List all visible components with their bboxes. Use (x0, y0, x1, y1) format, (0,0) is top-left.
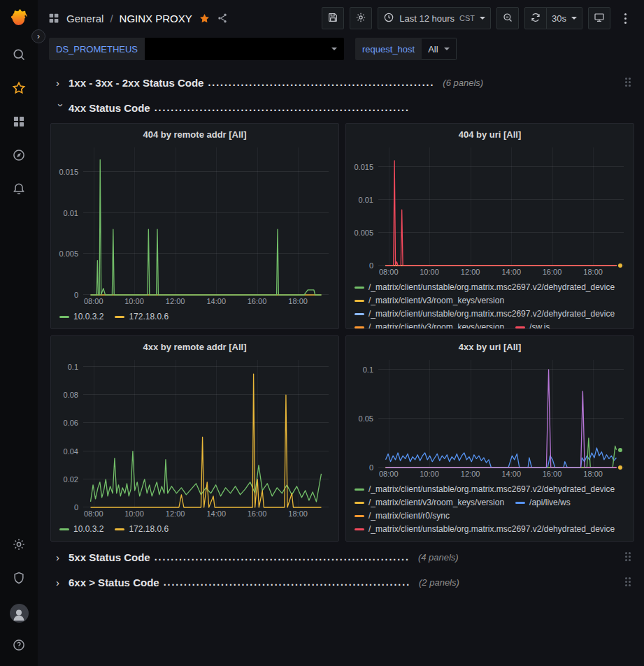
legend-label: /_matrix/client/v3/room_keys/version (368, 321, 504, 328)
sidebar-item-help[interactable] (0, 630, 38, 663)
legend-label: /_matrix/client/unstable/org.matrix.msc2… (368, 282, 615, 294)
save-dashboard-button[interactable] (322, 7, 344, 29)
compass-icon (12, 148, 26, 165)
sidebar-item-explore[interactable] (0, 140, 38, 173)
variable-label-ds-prometheus: DS_PROMETHEUS (49, 38, 145, 60)
panel-title[interactable]: 4xx by remote addr [All] (51, 336, 338, 357)
y-tick-label: 0.015 (59, 168, 78, 176)
legend-swatch (355, 528, 364, 530)
legend-item[interactable]: 172.18.0.6 (115, 523, 169, 535)
time-range-picker[interactable]: Last 12 hours CST (378, 7, 491, 29)
legend-item[interactable]: /_matrix/client/v3/room_keys/version (355, 497, 504, 509)
sidebar-expand-button[interactable]: › (31, 29, 45, 43)
zoom-out-icon (502, 12, 513, 25)
chevron-down-icon (571, 17, 577, 20)
panel-title[interactable]: 4xx by uri [All] (346, 336, 634, 357)
help-icon (12, 638, 26, 655)
top-navbar: General / NGINX PROXY Last 12 hours CST (38, 0, 644, 36)
y-tick-label: 0.08 (64, 391, 78, 399)
y-tick-label: 0.015 (354, 163, 373, 171)
row-title: 1xx - 3xx - 2xx Status Code (69, 77, 203, 89)
sidebar-item-alerting[interactable] (0, 173, 38, 207)
row-header-6xx[interactable]: › 6xx > Status Code ....................… (50, 572, 634, 592)
dashboard-settings-button[interactable] (350, 7, 372, 29)
variable-select-request-host[interactable]: All (422, 38, 456, 60)
x-tick-label: 16:00 (248, 297, 267, 305)
refresh-button[interactable] (524, 7, 547, 29)
row-header-4xx[interactable]: › 4xx Status Code ......................… (50, 98, 634, 117)
series-point-marker (618, 448, 622, 452)
legend-item[interactable]: /_matrix/client/unstable/org.matrix.msc2… (355, 282, 615, 294)
panel-4xx-by-remote-addr: 4xx by remote addr [All] 00.020.040.060.… (50, 335, 339, 542)
plot-area[interactable] (378, 147, 624, 266)
legend-item[interactable]: /_matrix/client/unstable/org.matrix.msc2… (355, 484, 615, 495)
share-icon[interactable] (217, 13, 228, 24)
legend-swatch (355, 313, 364, 315)
grafana-logo[interactable] (8, 7, 30, 29)
variable-ds-prometheus: DS_PROMETHEUS (49, 38, 344, 60)
cycle-view-button[interactable] (588, 7, 610, 29)
x-tick-label: 14:00 (206, 297, 226, 305)
legend-label: 172.18.0.6 (129, 311, 169, 323)
legend-label: /_matrix/client/unstable/org.matrix.msc2… (368, 484, 615, 495)
x-tick-label: 18:00 (288, 509, 308, 518)
sidebar-item-server-admin[interactable] (0, 563, 38, 596)
legend-label: /_matrix/client/v3/room_keys/version (368, 497, 504, 509)
dashboard-body: › 1xx - 3xx - 2xx Status Code ..........… (38, 73, 644, 592)
sidebar-item-starred[interactable] (0, 73, 38, 106)
y-axis: 00.020.040.060.080.1 (55, 360, 83, 507)
panel-title[interactable]: 404 by uri [All] (346, 124, 634, 145)
x-tick-label: 08:00 (84, 297, 103, 305)
breadcrumb-section[interactable]: General (66, 13, 103, 24)
legend-item[interactable]: /_matrix/client/v3/room_keys/version (355, 321, 504, 328)
legend-swatch (515, 326, 525, 328)
time-range-label: Last 12 hours (399, 13, 455, 24)
legend-item[interactable]: /_matrix/client/unstable/org.matrix.msc2… (355, 308, 615, 320)
zoom-out-button[interactable] (496, 7, 519, 29)
x-tick-label: 10:00 (124, 509, 144, 518)
x-tick-label: 18:00 (583, 470, 603, 478)
plot-area[interactable] (83, 147, 329, 295)
breadcrumb-dashboard-title[interactable]: NGINX PROXY (120, 13, 192, 24)
more-options-button[interactable] (616, 7, 634, 29)
refresh-interval-select[interactable]: 30s (547, 7, 582, 29)
dashboards-breadcrumb-icon (48, 12, 60, 24)
sidebar-item-dashboards[interactable] (0, 106, 38, 140)
x-tick-label: 12:00 (166, 297, 185, 305)
sidebar-item-search[interactable] (0, 39, 38, 73)
legend-item[interactable]: 172.18.0.6 (115, 311, 169, 323)
refresh-interval-value: 30s (552, 13, 566, 24)
monitor-icon (594, 12, 605, 25)
row-header-5xx[interactable]: › 5xx Status Code ......................… (50, 547, 634, 567)
legend-item[interactable]: /_matrix/client/r0/sync (355, 510, 450, 522)
y-tick-label: 0.05 (359, 414, 373, 423)
sidebar-item-profile[interactable] (0, 596, 38, 630)
x-axis: 08:0010:0012:0014:0016:0018:00 (378, 470, 624, 482)
legend-label: /_matrix/client/v3/room_keys/version (368, 295, 504, 307)
panel-title[interactable]: 404 by remote addr [All] (51, 124, 338, 145)
legend-swatch (355, 287, 364, 289)
plot-area[interactable] (378, 360, 624, 468)
favorite-star-icon[interactable] (199, 13, 210, 24)
sidebar-item-configuration[interactable] (0, 529, 38, 563)
chevron-down-icon: › (56, 103, 66, 116)
legend-item[interactable]: 10.0.3.2 (59, 523, 103, 535)
variable-select-ds-prometheus[interactable] (145, 38, 344, 60)
row-drag-handle[interactable] (623, 551, 633, 563)
plot-wrap: 00.020.040.060.080.1 (51, 357, 338, 507)
legend-item[interactable]: 10.0.3.2 (59, 311, 103, 323)
panel-404-by-remote-addr: 404 by remote addr [All] 00.0050.010.015… (50, 123, 339, 329)
dashboards-icon (12, 115, 26, 131)
legend-item[interactable]: /_matrix/client/unstable/org.matrix.msc2… (355, 523, 615, 535)
row-drag-handle[interactable] (623, 77, 633, 88)
legend-item[interactable]: /sw.js (515, 321, 550, 328)
plot-area[interactable] (83, 360, 329, 507)
x-tick-label: 12:00 (461, 470, 480, 478)
row-header-1xx-3xx-2xx[interactable]: › 1xx - 3xx - 2xx Status Code ..........… (50, 73, 634, 92)
legend-item[interactable]: /api/live/ws (515, 497, 571, 509)
legend-item[interactable]: /_matrix/client/v3/room_keys/version (355, 295, 504, 307)
legend: 10.0.3.2172.18.0.6 (51, 309, 338, 328)
chevron-right-icon: › (56, 577, 69, 588)
legend-swatch (115, 316, 124, 318)
row-drag-handle[interactable] (623, 577, 633, 588)
